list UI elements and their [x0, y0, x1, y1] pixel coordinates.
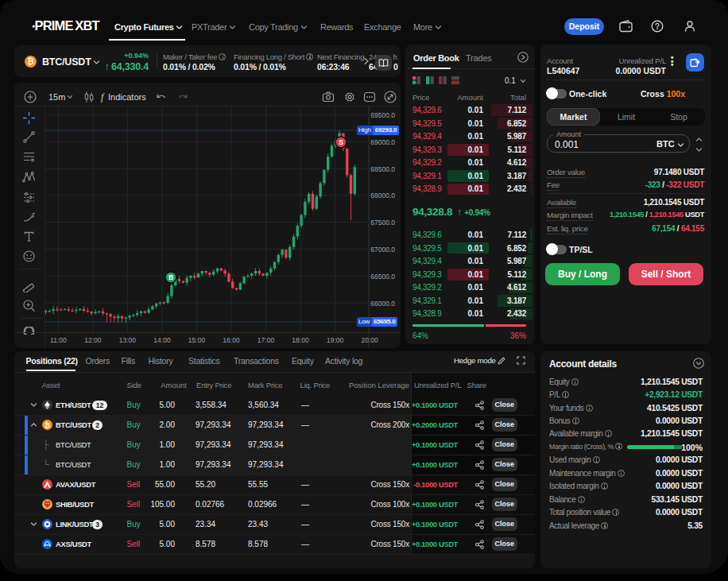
svg-text:B: B: [168, 273, 173, 281]
svg-text:S: S: [339, 138, 343, 146]
svg-text:₿: ₿: [45, 421, 50, 429]
